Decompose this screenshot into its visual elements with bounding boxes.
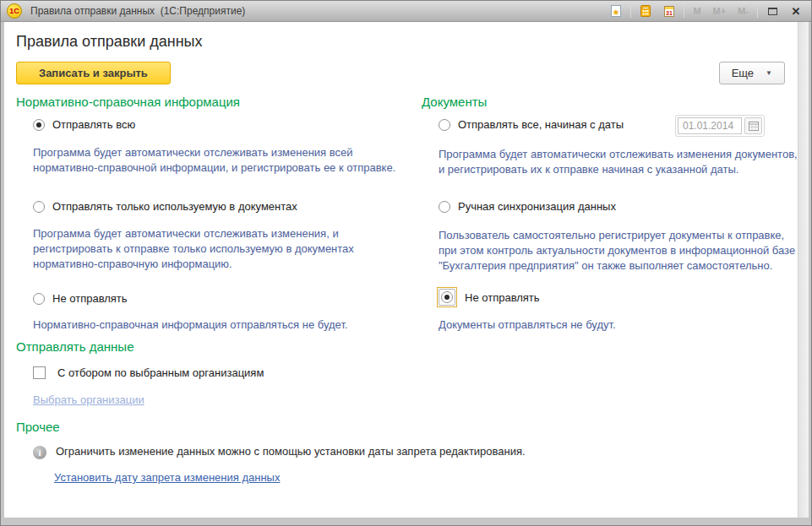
close-button[interactable]: ✕ — [787, 3, 805, 19]
checkbox-icon[interactable] — [33, 366, 46, 379]
radio-icon[interactable] — [33, 201, 45, 213]
start-date-input[interactable] — [678, 117, 742, 134]
radio-label: Отправлять все, начиная с даты — [458, 118, 624, 131]
radio-icon[interactable] — [33, 119, 45, 131]
description-nsi-send-all: Программа будет автоматически отслеживат… — [33, 145, 411, 176]
description-docs-all-from-date: Программа будет автоматически отслеживат… — [439, 147, 804, 177]
org-filter-checkbox-row[interactable]: С отбором по выбранным организациям — [33, 366, 264, 379]
form-content: Правила отправки данных Записать и закры… — [4, 22, 809, 518]
section-title-documents: Документы — [422, 95, 487, 109]
memory-m-plus-button[interactable]: M+ — [710, 6, 730, 16]
app-window: 1С Правила отправки данных (1С:Предприят… — [0, 0, 812, 526]
set-restriction-date-link[interactable]: Установить дату запрета изменения данных — [54, 471, 280, 484]
calendar-icon: 31 — [662, 4, 676, 18]
more-button-label: Еще — [732, 67, 754, 79]
select-organizations-link[interactable]: Выбрать организации — [33, 393, 144, 406]
titlebar: 1С Правила отправки данных (1С:Предприят… — [1, 1, 811, 22]
calendar-picker-icon — [749, 122, 759, 131]
radio-docs-none[interactable]: Не отправлять — [437, 287, 540, 307]
save-and-close-button[interactable]: Записать и закрыть — [16, 62, 171, 84]
svg-text:★: ★ — [613, 8, 620, 17]
maximize-icon — [768, 8, 777, 15]
memory-m-button[interactable]: M — [689, 6, 704, 16]
calculator-button[interactable] — [636, 3, 655, 19]
favorites-button[interactable]: ★ — [607, 3, 625, 19]
radio-nsi-used-only[interactable]: Отправлять только используемую в докумен… — [33, 200, 297, 213]
radio-nsi-send-all[interactable]: Отправлять всю — [33, 118, 135, 131]
radio-docs-manual-sync[interactable]: Ручная синхронизация данных — [439, 200, 616, 213]
focus-frame — [437, 287, 457, 307]
star-document-icon: ★ — [609, 4, 623, 18]
window-title: Правила отправки данных (1С:Предприятие) — [30, 5, 245, 17]
section-title-send-data: Отправлять данные — [16, 339, 134, 354]
form-body: Нормативно-справочная информация Отправл… — [16, 84, 809, 511]
memory-m-minus-button[interactable]: M- — [734, 6, 752, 16]
description-nsi-used-only: Программа будет автоматически отслеживат… — [33, 226, 411, 272]
checkbox-label: С отбором по выбранным организациям — [57, 366, 264, 379]
calculator-icon — [639, 4, 652, 18]
maximize-button[interactable] — [763, 3, 782, 19]
section-title-other: Прочее — [16, 420, 60, 434]
restriction-info-text: Ограничить изменение данных можно с помо… — [56, 445, 526, 458]
radio-icon[interactable] — [33, 293, 45, 305]
calendar-button[interactable]: 31 — [660, 3, 678, 19]
section-title-nsi: Нормативно-справочная информация — [16, 95, 240, 109]
description-docs-none: Документы отправляться не будут. — [439, 317, 804, 333]
start-date-field-group — [675, 115, 765, 137]
date-picker-button[interactable] — [744, 117, 762, 134]
radio-label: Отправлять только используемую в докумен… — [52, 200, 297, 213]
radio-label: Ручная синхронизация данных — [458, 200, 616, 213]
radio-label: Не отправлять — [465, 291, 540, 304]
close-icon: ✕ — [792, 6, 801, 17]
page-title: Правила отправки данных — [16, 33, 809, 51]
radio-icon[interactable] — [441, 291, 453, 303]
info-icon: i — [33, 446, 46, 459]
chevron-down-icon: ▼ — [766, 69, 772, 77]
radio-docs-all-from-date[interactable]: Отправлять все, начиная с даты — [439, 118, 804, 131]
svg-text:31: 31 — [667, 10, 673, 16]
radio-icon[interactable] — [439, 119, 450, 131]
description-docs-manual-sync: Пользователь самостоятельно регистрирует… — [439, 228, 804, 274]
command-bar: Записать и закрыть Еще ▼ — [16, 62, 785, 84]
radio-nsi-none[interactable]: Не отправлять — [33, 292, 128, 305]
1c-logo-icon: 1С — [7, 3, 22, 19]
titlebar-separator — [630, 4, 631, 18]
titlebar-separator — [684, 4, 684, 18]
titlebar-separator — [757, 4, 758, 18]
radio-label: Отправлять всю — [52, 118, 135, 131]
description-nsi-none: Нормативно-справочная информация отправл… — [33, 317, 411, 333]
restriction-info-row: i Ограничить изменение данных можно с по… — [33, 445, 793, 459]
radio-label: Не отправлять — [52, 292, 128, 305]
radio-icon[interactable] — [439, 201, 450, 213]
more-button[interactable]: Еще ▼ — [719, 62, 785, 84]
